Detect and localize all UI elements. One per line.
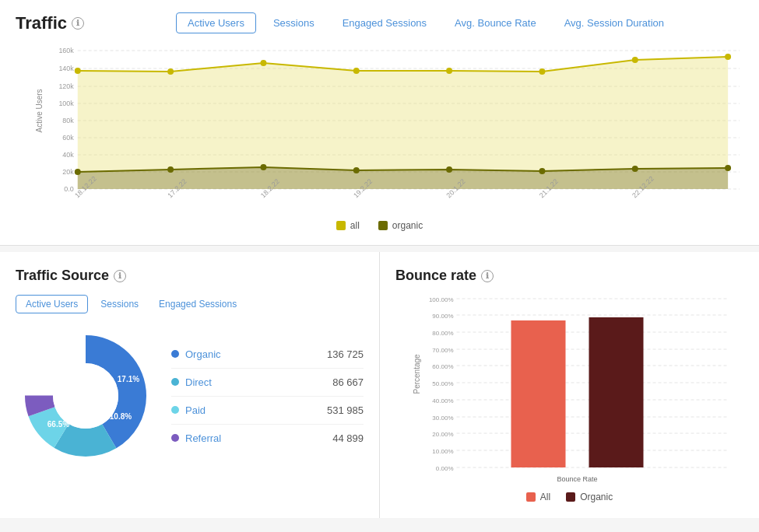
traffic-value-organic: 136 725 — [327, 348, 364, 360]
svg-text:140k: 140k — [58, 65, 74, 72]
tab-avg-session-duration[interactable]: Avg. Session Duration — [553, 13, 675, 33]
traffic-dot-referral — [171, 434, 179, 442]
legend-all-dot — [336, 221, 346, 230]
page-title: Traffic ℹ — [16, 13, 84, 33]
bounce-chart-svg: 100.00% 90.00% 80.00% 70.00% 60.00% 50.0… — [419, 295, 743, 481]
donut-label-direct: 10.8% — [110, 412, 132, 421]
svg-text:40.00%: 40.00% — [432, 397, 453, 404]
svg-text:40k: 40k — [62, 151, 74, 159]
bottom-section: Traffic Source ℹ Active Users Sessions E… — [0, 252, 759, 518]
tab-avg-bounce-rate[interactable]: Avg. Bounce Rate — [444, 13, 547, 33]
svg-text:10.00%: 10.00% — [432, 448, 453, 455]
donut-label-paid: 66.5% — [47, 420, 69, 429]
legend-organic: organic — [378, 220, 423, 231]
svg-point-26 — [725, 54, 731, 60]
top-tab-bar: Active Users Sessions Engaged Sessions A… — [107, 12, 743, 33]
sub-tab-active-users[interactable]: Active Users — [16, 295, 88, 313]
svg-point-24 — [539, 68, 545, 75]
svg-point-19 — [75, 68, 81, 74]
legend-organic-dot — [378, 221, 388, 230]
traffic-row-paid: Paid 531 985 — [171, 397, 364, 425]
svg-text:100.00%: 100.00% — [429, 296, 454, 303]
svg-point-30 — [260, 164, 266, 170]
svg-text:60k: 60k — [62, 134, 74, 142]
donut-svg: 66.5% 17.1% 10.8% 5.6% — [16, 326, 156, 466]
traffic-name-organic[interactable]: Organic — [185, 348, 221, 360]
legend-organic-label: organic — [392, 220, 423, 231]
bounce-legend-all-label: All — [540, 492, 550, 502]
top-header: Traffic ℹ Active Users Sessions Engaged … — [16, 12, 743, 33]
legend-all-label: all — [350, 220, 360, 231]
traffic-dot-paid — [171, 406, 179, 414]
svg-text:120k: 120k — [58, 82, 74, 90]
bounce-legend-all-dot — [526, 492, 536, 502]
bar-all — [511, 320, 566, 467]
tab-sessions[interactable]: Sessions — [262, 13, 325, 33]
donut-label-referral: 5.6% — [68, 338, 86, 347]
tab-engaged-sessions[interactable]: Engaged Sessions — [332, 13, 437, 33]
svg-text:70.00%: 70.00% — [432, 347, 453, 354]
legend-all: all — [336, 220, 360, 231]
svg-text:20.00%: 20.00% — [432, 431, 453, 438]
svg-point-34 — [632, 166, 638, 172]
svg-point-35 — [725, 165, 731, 171]
svg-text:90.00%: 90.00% — [432, 313, 453, 320]
svg-point-20 — [167, 68, 174, 75]
traffic-source-info-icon[interactable]: ℹ — [114, 270, 126, 282]
bounce-legend-organic-dot — [566, 492, 575, 502]
bounce-legend-all: All — [526, 492, 550, 502]
y-axis-label: Active Users — [35, 89, 44, 132]
traffic-row-organic: Organic 136 725 — [171, 341, 364, 369]
bar-organic — [589, 317, 644, 467]
svg-point-29 — [167, 166, 174, 173]
svg-point-25 — [632, 57, 638, 63]
svg-text:0.0: 0.0 — [64, 185, 73, 193]
traffic-row-referral: Referral 44 899 — [171, 425, 364, 452]
donut-label-organic: 17.1% — [118, 375, 139, 383]
traffic-label-paid: Paid — [171, 404, 206, 416]
svg-text:80.00%: 80.00% — [432, 330, 453, 337]
svg-text:80k: 80k — [62, 117, 74, 124]
title-info-icon[interactable]: ℹ — [72, 17, 84, 30]
svg-point-23 — [446, 68, 452, 74]
traffic-name-direct[interactable]: Direct — [185, 376, 212, 388]
traffic-list: Organic 136 725 Direct 86 667 Paid — [171, 341, 364, 452]
svg-text:30.00%: 30.00% — [432, 415, 453, 422]
svg-text:160k: 160k — [58, 47, 74, 54]
traffic-source-title-text: Traffic Source — [16, 268, 109, 284]
svg-point-33 — [539, 168, 545, 174]
line-chart-area: Active Users .grid-line { stroke: #ddd; … — [47, 43, 743, 214]
sub-tab-sessions[interactable]: Sessions — [93, 296, 146, 313]
sub-tab-engaged-sessions[interactable]: Engaged Sessions — [151, 296, 244, 313]
traffic-dot-direct — [171, 378, 179, 386]
traffic-content: 66.5% 17.1% 10.8% 5.6% Organic 136 725 — [16, 326, 364, 466]
bounce-rate-panel: Bounce rate ℹ Percentage 100.00% 90. — [380, 252, 759, 518]
svg-point-22 — [353, 68, 360, 74]
svg-text:100k: 100k — [58, 100, 74, 107]
bounce-legend: All Organic — [395, 492, 743, 502]
traffic-value-direct: 86 667 — [332, 376, 364, 388]
svg-text:Bounce Rate: Bounce Rate — [557, 475, 597, 481]
top-section: Traffic ℹ Active Users Sessions Engaged … — [0, 0, 759, 246]
traffic-label-direct: Direct — [171, 376, 212, 388]
bounce-legend-organic-label: Organic — [580, 492, 613, 502]
bounce-y-axis-label: Percentage — [413, 354, 421, 394]
bounce-chart-area: Percentage 100.00% 90.00% 80.00% 70.00% — [419, 295, 743, 484]
tab-active-users[interactable]: Active Users — [176, 12, 256, 33]
svg-text:60.00%: 60.00% — [432, 363, 453, 370]
svg-point-47 — [53, 363, 118, 429]
traffic-name-referral[interactable]: Referral — [185, 432, 221, 444]
svg-point-21 — [260, 60, 266, 66]
traffic-value-paid: 531 985 — [327, 404, 364, 416]
traffic-value-referral: 44 899 — [332, 432, 364, 444]
traffic-dot-organic — [171, 350, 179, 358]
traffic-label-referral: Referral — [171, 432, 221, 444]
bounce-rate-info-icon[interactable]: ℹ — [481, 270, 494, 282]
svg-text:0.00%: 0.00% — [436, 465, 454, 472]
svg-point-32 — [446, 166, 452, 173]
traffic-name-paid[interactable]: Paid — [185, 404, 206, 416]
line-chart-svg: .grid-line { stroke: #ddd; stroke-width:… — [47, 43, 743, 198]
svg-point-31 — [353, 167, 360, 173]
bounce-rate-title-text: Bounce rate — [395, 268, 476, 284]
traffic-source-panel: Traffic Source ℹ Active Users Sessions E… — [0, 252, 380, 518]
